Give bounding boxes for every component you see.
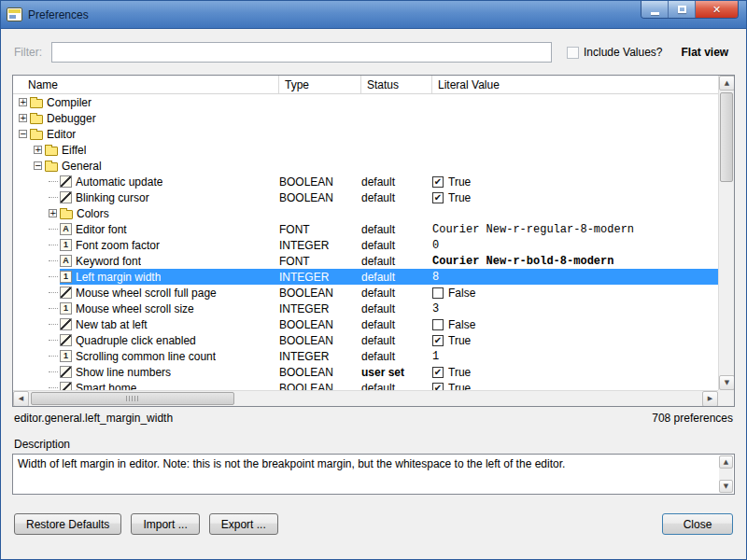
preference-name: Left margin width bbox=[76, 271, 161, 284]
preference-type: BOOLEAN bbox=[279, 364, 361, 380]
checked-checkbox-icon[interactable]: ✔ bbox=[432, 383, 444, 391]
preference-type bbox=[279, 94, 361, 110]
titlebar[interactable]: Preferences ✕ bbox=[1, 1, 746, 29]
checkbox-icon[interactable] bbox=[567, 47, 579, 59]
preference-status: default bbox=[361, 237, 432, 253]
tree-horizontal-scrollbar[interactable]: ◀ ▶ bbox=[13, 390, 718, 406]
vertical-scroll-thumb[interactable] bbox=[720, 92, 733, 182]
expand-toggle-icon[interactable]: + bbox=[19, 114, 27, 122]
tree-connector-line bbox=[49, 308, 58, 309]
export-button[interactable]: Export ... bbox=[209, 513, 278, 535]
tree-row[interactable]: +Colors bbox=[13, 205, 718, 221]
filter-input[interactable] bbox=[51, 42, 552, 63]
preference-value bbox=[432, 142, 718, 158]
right-arrow-icon: ▶ bbox=[708, 396, 712, 402]
tree-connector-line bbox=[49, 229, 58, 230]
tree-row[interactable]: Show line numbersBOOLEANuser set✔True bbox=[13, 364, 718, 380]
preference-name: Blinking cursor bbox=[76, 191, 149, 204]
unchecked-checkbox-icon[interactable] bbox=[432, 287, 444, 299]
column-header-literal-value[interactable]: Literal Value bbox=[432, 76, 718, 93]
tree-row[interactable]: 1Scrolling common line countINTEGERdefau… bbox=[13, 348, 718, 364]
preference-type: BOOLEAN bbox=[279, 332, 361, 348]
tree-row[interactable]: AEditor fontFONTdefaultCourier New-r-reg… bbox=[13, 221, 718, 237]
scroll-left-button[interactable]: ◀ bbox=[13, 391, 29, 407]
preference-type bbox=[279, 205, 361, 221]
collapse-toggle-icon[interactable]: − bbox=[34, 161, 42, 170]
expand-toggle-icon[interactable]: + bbox=[19, 98, 27, 106]
folder-icon bbox=[45, 162, 58, 172]
tree-row[interactable]: New tab at leftBOOLEANdefaultFalse bbox=[13, 316, 718, 332]
preference-value bbox=[432, 110, 718, 126]
column-header-name[interactable]: Name bbox=[13, 76, 279, 93]
tree-row[interactable]: AKeyword fontFONTdefaultCourier New-r-bo… bbox=[13, 253, 718, 269]
preference-name: Compiler bbox=[47, 96, 92, 109]
preference-name: Debugger bbox=[47, 112, 96, 125]
tree-row[interactable]: Quadruple click enabledBOOLEANdefault✔Tr… bbox=[13, 332, 718, 348]
unchecked-checkbox-icon[interactable] bbox=[432, 319, 444, 330]
tree-connector-line bbox=[49, 260, 58, 261]
tree-row[interactable]: 1Mouse wheel scroll sizeINTEGERdefault3 bbox=[13, 301, 718, 316]
preference-value: 0 bbox=[432, 237, 718, 253]
minimize-icon bbox=[651, 12, 659, 15]
column-header-status[interactable]: Status bbox=[361, 76, 432, 93]
preference-value: ✔True bbox=[432, 174, 718, 189]
preference-type bbox=[279, 142, 361, 158]
expand-toggle-icon[interactable]: + bbox=[49, 209, 57, 217]
tree-row[interactable]: +Debugger bbox=[13, 110, 718, 126]
boolean-value-label: True bbox=[448, 334, 471, 347]
folder-icon bbox=[30, 115, 43, 124]
checked-checkbox-icon[interactable]: ✔ bbox=[432, 367, 444, 378]
tree-connector-line bbox=[49, 356, 58, 357]
minimize-button[interactable] bbox=[641, 1, 669, 18]
boolean-pref-icon bbox=[60, 366, 72, 378]
boolean-pref-icon bbox=[60, 287, 72, 299]
expand-toggle-icon[interactable]: + bbox=[34, 146, 42, 154]
left-arrow-icon: ◀ bbox=[19, 396, 23, 402]
preference-status bbox=[361, 126, 432, 142]
preference-type: INTEGER bbox=[279, 237, 361, 253]
column-header-type[interactable]: Type bbox=[279, 76, 361, 93]
tree-row[interactable]: Mouse wheel scroll full pageBOOLEANdefau… bbox=[13, 285, 718, 301]
scroll-right-button[interactable]: ▶ bbox=[702, 391, 718, 407]
checked-checkbox-icon[interactable]: ✔ bbox=[432, 176, 444, 188]
checked-checkbox-icon[interactable]: ✔ bbox=[432, 335, 444, 346]
scroll-down-button[interactable]: ▼ bbox=[719, 375, 735, 390]
description-scrollbar[interactable]: ▲ ▼ bbox=[719, 455, 733, 493]
close-dialog-button[interactable]: Close bbox=[662, 513, 733, 535]
collapse-toggle-icon[interactable]: − bbox=[19, 130, 27, 138]
tree-row[interactable]: Blinking cursorBOOLEANdefault✔True bbox=[13, 189, 718, 205]
preference-name: Colors bbox=[77, 207, 109, 220]
maximize-button[interactable] bbox=[669, 1, 696, 18]
close-button[interactable]: ✕ bbox=[696, 1, 738, 18]
preference-type bbox=[279, 126, 361, 142]
include-values-checkbox[interactable]: Include Values? bbox=[567, 46, 663, 59]
description-scroll-up-button[interactable]: ▲ bbox=[719, 455, 733, 469]
scroll-up-button[interactable]: ▲ bbox=[719, 76, 735, 91]
tree-vertical-scrollbar[interactable]: ▲ ▼ bbox=[718, 76, 734, 390]
tree-connector-line bbox=[49, 276, 58, 277]
description-text: Width of left margin in editor. Note: th… bbox=[18, 457, 565, 470]
vertical-scroll-track[interactable] bbox=[719, 91, 734, 375]
restore-defaults-button[interactable]: Restore Defaults bbox=[14, 513, 121, 535]
tree-row[interactable]: +Compiler bbox=[13, 94, 718, 110]
tree-row[interactable]: −General bbox=[13, 158, 718, 174]
tree-row[interactable]: +Eiffel bbox=[13, 142, 718, 158]
import-button[interactable]: Import ... bbox=[131, 513, 199, 535]
maximize-icon bbox=[678, 6, 686, 13]
description-box[interactable]: Width of left margin in editor. Note: th… bbox=[12, 454, 735, 495]
checked-checkbox-icon[interactable]: ✔ bbox=[432, 192, 444, 203]
tree-row[interactable]: Smart homeBOOLEANdefault✔True bbox=[13, 380, 718, 390]
app-icon bbox=[7, 7, 22, 21]
tree-row[interactable]: 1Font zoom factorINTEGERdefault0 bbox=[13, 237, 718, 253]
preference-value: False bbox=[432, 285, 718, 301]
preference-status: default bbox=[361, 380, 432, 390]
description-scroll-down-button[interactable]: ▼ bbox=[719, 480, 733, 493]
horizontal-scroll-thumb[interactable] bbox=[31, 392, 234, 405]
preference-name: Quadruple click enabled bbox=[76, 334, 196, 347]
flat-view-toggle[interactable]: Flat view bbox=[682, 46, 729, 59]
tree-row[interactable]: Automatic updateBOOLEANdefault✔True bbox=[13, 174, 718, 189]
preference-value: Courier New-r-bold-8-modern bbox=[432, 253, 718, 269]
horizontal-scroll-track[interactable] bbox=[29, 391, 702, 406]
tree-row[interactable]: −Editor bbox=[13, 126, 718, 142]
tree-row[interactable]: 1Left margin widthINTEGERdefault8 bbox=[13, 269, 718, 285]
